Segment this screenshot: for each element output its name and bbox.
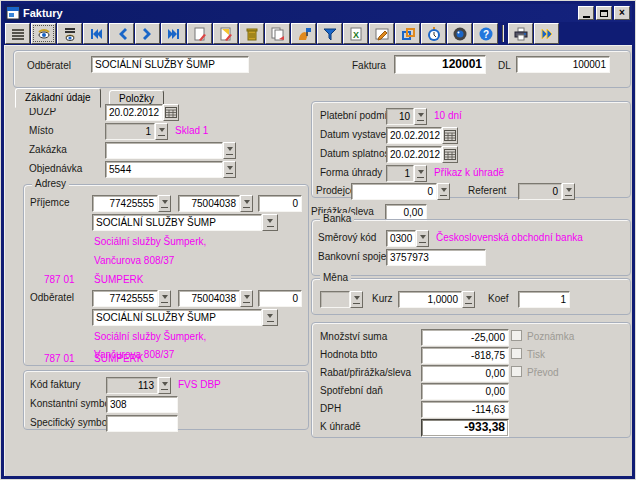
browse-icon	[36, 26, 52, 42]
platebni-podminka-spinner[interactable]	[414, 108, 427, 125]
datum-vystaveni-label: Datum vystavení	[320, 129, 394, 140]
odberatel-code2-input[interactable]: 75004038	[178, 290, 240, 307]
toolbar-view-button[interactable]	[57, 23, 82, 44]
spotrebni-dan-label: Spotřební daň	[320, 385, 383, 396]
prijemce-name-input[interactable]: SOCIÁLNÍ SLUŽBY ŠUMP	[92, 214, 262, 231]
bankovni-spojeni-label: Bankovní spojení	[318, 251, 395, 262]
odberatel-name-input[interactable]: SOCIÁLNÍ SLUŽBY ŠUMP	[92, 309, 262, 326]
kod-faktury-input[interactable]: 113	[106, 377, 158, 394]
toolbar-next-record-button[interactable]	[135, 23, 160, 44]
prijemce-code2-input[interactable]: 75004038	[178, 195, 240, 212]
odberatel-zip: 787 01	[44, 353, 75, 364]
odberatel-address-line1: Sociální služby Šumperk,	[94, 331, 206, 342]
toolbar-print-button[interactable]	[508, 23, 533, 44]
maximize-button[interactable]	[596, 6, 612, 20]
toolbar-last-record-button[interactable]	[161, 23, 186, 44]
dl-number-field[interactable]: 100001	[516, 56, 610, 73]
prevod-checkbox[interactable]	[511, 366, 522, 377]
misto-spinner[interactable]	[155, 123, 168, 140]
toolbar-attachments-button[interactable]	[395, 23, 420, 44]
totals-box: Množství suma -25,000 Hodnota btto -818,…	[311, 322, 631, 438]
zakazka-input[interactable]	[105, 142, 223, 159]
forma-uhrady-hint: Příkaz k úhradě	[434, 167, 504, 178]
datum-splatnosti-calendar-button[interactable]	[442, 146, 458, 163]
odberatel-code2-spinner[interactable]	[240, 290, 253, 307]
spotrebni-dan-field: 0,00	[421, 383, 509, 400]
konstantni-symbol-input[interactable]: 308	[106, 396, 178, 413]
titlebar[interactable]: Faktury ×	[4, 4, 632, 22]
toolbar-filter-button[interactable]	[317, 23, 342, 44]
prevod-checkbox-label: Převod	[527, 367, 559, 378]
app-icon	[6, 6, 20, 20]
filter-icon	[322, 26, 338, 42]
toolbar-previous-record-button[interactable]	[109, 23, 134, 44]
banka-groupbox: Banka Směrový kód 0300 Československá ob…	[311, 219, 631, 276]
duzp-input[interactable]: 20.02.2012	[105, 104, 163, 121]
prijemce-code1-spinner[interactable]	[158, 195, 171, 212]
odberatel-header-input[interactable]: SOCIÁLNÍ SLUŽBY ŠUMP	[91, 56, 249, 73]
tab-zakladni-udaje[interactable]: Základní údaje	[15, 88, 101, 108]
objednavka-spinner[interactable]	[223, 161, 236, 178]
toolbar-delete-record-button[interactable]	[239, 23, 264, 44]
adresy-group-title: Adresy	[32, 178, 69, 189]
toolbar-new-record-button[interactable]	[187, 23, 212, 44]
toolbar-first-record-button[interactable]	[83, 23, 108, 44]
odberatel-code1-spinner[interactable]	[158, 290, 171, 307]
toolbar-snapshot-button[interactable]	[447, 23, 472, 44]
platebni-podminka-input[interactable]: 10	[386, 108, 414, 125]
odberatel-name-dropdown[interactable]	[262, 309, 278, 326]
prijemce-name-dropdown[interactable]	[262, 214, 278, 231]
datum-vystaveni-calendar-button[interactable]	[442, 127, 458, 144]
referent-spinner[interactable]	[562, 183, 575, 200]
toolbar-export-excel-button[interactable]: X	[343, 23, 368, 44]
odberatel-code1-input[interactable]: 77425555	[92, 290, 158, 307]
prijemce-code3-input[interactable]: 0	[258, 195, 302, 212]
smerovy-kod-spinner[interactable]	[416, 230, 429, 247]
specificky-symbol-input[interactable]	[106, 415, 178, 432]
toolbar-browse-button[interactable]	[31, 23, 56, 44]
duzp-calendar-button[interactable]	[163, 104, 179, 121]
toolbar-edit-record-button[interactable]	[213, 23, 238, 44]
forma-uhrady-spinner[interactable]	[414, 165, 427, 182]
datum-splatnosti-input[interactable]: 20.02.2012	[386, 146, 442, 163]
kurz-input[interactable]: 1,0000	[398, 291, 462, 308]
forma-uhrady-input[interactable]: 1	[386, 165, 414, 182]
mena-group-title: Měna	[320, 272, 351, 283]
odberatel-section-label: Odběratel	[30, 292, 74, 303]
odberatel-code3-input[interactable]: 0	[258, 290, 302, 307]
referent-input[interactable]: 0	[518, 183, 562, 200]
datum-vystaveni-input[interactable]: 20.02.2012	[386, 127, 442, 144]
konstantni-symbol-label: Konstantní symbol	[30, 398, 112, 409]
toolbar-post-record-button[interactable]	[291, 23, 316, 44]
objednavka-input[interactable]: 5544	[105, 161, 223, 178]
toolbar-data-grid-button[interactable]	[5, 23, 30, 44]
koef-input[interactable]: 1	[518, 291, 570, 308]
toolbar-help-button[interactable]: ?	[473, 23, 498, 44]
close-button[interactable]: ×	[614, 6, 630, 20]
prijemce-code1-input[interactable]: 77425555	[92, 195, 158, 212]
kod-faktury-spinner[interactable]	[158, 377, 171, 394]
minimize-icon	[583, 16, 590, 18]
mena-groupbox: Měna Kurz 1,0000 Koef 1	[311, 278, 631, 315]
minimize-button[interactable]	[578, 6, 594, 20]
zakazka-spinner[interactable]	[223, 142, 236, 159]
prijemce-label: Příjemce	[30, 197, 69, 208]
poznamka-checkbox[interactable]	[511, 330, 522, 341]
mnozstvi-suma-field: -25,000	[421, 329, 509, 346]
toolbar-history-button[interactable]	[421, 23, 446, 44]
prodejce-label: Prodejce	[316, 185, 355, 196]
faktura-number-field[interactable]: 120001	[394, 55, 486, 74]
tisk-checkbox[interactable]	[511, 348, 522, 359]
prodejce-spinner[interactable]	[437, 183, 450, 200]
kurz-spinner[interactable]	[462, 291, 475, 308]
prijemce-code2-spinner[interactable]	[240, 195, 253, 212]
toolbar-copy-record-button[interactable]	[265, 23, 290, 44]
toolbar-notes-button[interactable]	[369, 23, 394, 44]
mena-currency-input[interactable]	[320, 291, 350, 308]
prodejce-input[interactable]: 0	[351, 183, 437, 200]
toolbar-more-tools-button[interactable]	[534, 23, 559, 44]
misto-input[interactable]: 1	[105, 123, 155, 140]
smerovy-kod-input[interactable]: 0300	[386, 230, 416, 247]
mena-currency-spinner[interactable]	[350, 291, 363, 308]
bankovni-spojeni-input[interactable]: 3757973	[386, 249, 486, 266]
